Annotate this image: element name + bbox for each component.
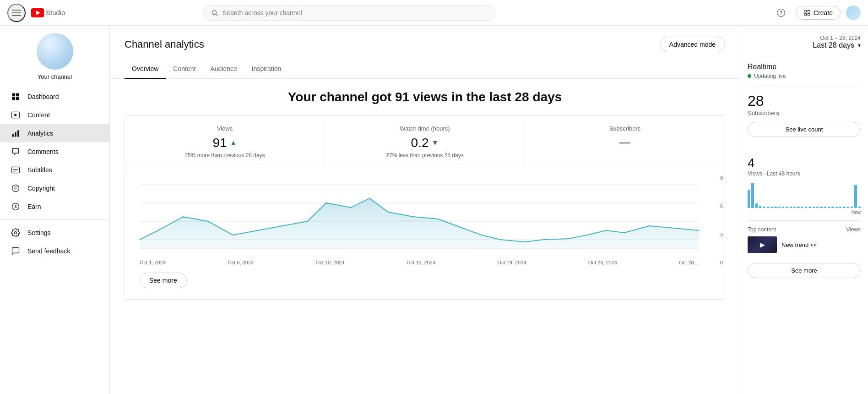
- channel-name: Your channel: [38, 73, 72, 80]
- svg-rect-14: [16, 93, 19, 97]
- realtime-title: Realtime: [748, 63, 861, 71]
- nav-right: ? Create: [772, 4, 861, 22]
- tab-overview[interactable]: Overview: [125, 60, 166, 79]
- bar-item: [816, 207, 819, 208]
- dashboard-label: Dashboard: [27, 93, 59, 100]
- page-title: Channel analytics: [125, 38, 204, 50]
- search-bar[interactable]: [203, 5, 496, 21]
- help-button[interactable]: ?: [772, 4, 790, 22]
- comments-label: Comments: [27, 148, 59, 155]
- subscribers-label: Subscribers: [609, 125, 641, 132]
- top-navigation: Studio ? Create: [0, 0, 868, 26]
- views-sub-label: Views · Last 48 hours: [748, 170, 861, 177]
- svg-rect-20: [15, 132, 16, 137]
- svg-text:?: ?: [780, 10, 783, 16]
- feedback-icon: [11, 246, 20, 256]
- date-range[interactable]: Oct 1 – 28, 2024 Last 28 days ▾: [748, 35, 861, 49]
- live-indicator: Updating live: [748, 73, 861, 79]
- svg-point-5: [212, 10, 216, 14]
- stat-subscribers: Subscribers —: [525, 116, 725, 168]
- content-item[interactable]: ▶ New trend 👀: [748, 236, 861, 253]
- main-headline: Your channel got 91 views in the last 28…: [125, 90, 725, 104]
- create-icon: [803, 9, 811, 16]
- views-trend-icon: ▲: [230, 139, 237, 147]
- subtitles-icon: [11, 165, 20, 175]
- dashboard-icon: [11, 92, 20, 101]
- tab-content[interactable]: Content: [166, 60, 203, 79]
- studio-label: Studio: [46, 9, 65, 16]
- content-area: Your channel got 91 views in the last 28…: [110, 79, 740, 311]
- panel-divider-top: [748, 57, 861, 57]
- bar-item: [790, 207, 792, 208]
- see-more-button[interactable]: See more: [140, 273, 187, 288]
- avatar[interactable]: [846, 5, 861, 20]
- subtitles-label: Subtitles: [27, 166, 52, 174]
- sidebar-item-analytics[interactable]: Analytics: [0, 124, 109, 142]
- bar-item: [770, 207, 773, 208]
- sidebar-item-subtitles[interactable]: Subtitles: [0, 161, 109, 179]
- views-section: 4 Views · Last 48 hours: [748, 156, 861, 215]
- menu-button[interactable]: [7, 4, 26, 22]
- search-icon: [211, 9, 218, 16]
- logo[interactable]: Studio: [31, 8, 65, 17]
- sidebar-item-dashboard[interactable]: Dashboard: [0, 88, 109, 106]
- bar-item: [763, 207, 765, 208]
- views-change: 25% more than previous 28 days: [184, 152, 265, 159]
- youtube-icon: [31, 8, 44, 17]
- sidebar-item-earn[interactable]: $ Earn: [0, 197, 109, 216]
- mini-bar-chart: [748, 181, 861, 208]
- svg-text:$: $: [14, 204, 16, 209]
- bar-item: [831, 207, 834, 208]
- top-content-header: Top content Views: [748, 226, 861, 233]
- earn-label: Earn: [27, 203, 41, 210]
- svg-rect-12: [808, 13, 810, 16]
- sidebar-nav: Dashboard Content Analytics Comments Sub…: [0, 88, 109, 260]
- bar-item: [847, 207, 849, 208]
- sidebar-item-send-feedback[interactable]: Send feedback: [0, 242, 109, 260]
- content-item-title: New trend 👀: [781, 241, 818, 248]
- advanced-mode-button[interactable]: Advanced mode: [660, 37, 725, 52]
- bar-item: [820, 207, 822, 208]
- create-button[interactable]: Create: [796, 6, 841, 20]
- tab-bar: Overview Content Audience Inspiration: [110, 60, 740, 79]
- bar-item: [793, 207, 796, 208]
- search-input[interactable]: [222, 9, 488, 16]
- svg-rect-13: [12, 93, 16, 97]
- sidebar-item-comments[interactable]: Comments: [0, 142, 109, 161]
- see-more-realtime-button[interactable]: See more: [748, 263, 861, 278]
- sidebar: Your channel Dashboard Content Analytics…: [0, 26, 110, 394]
- rt-divider-2: [748, 150, 861, 150]
- live-count-button[interactable]: See live count: [748, 122, 861, 137]
- svg-rect-0: [12, 10, 21, 11]
- subscribers-count: 28: [748, 93, 861, 109]
- svg-rect-16: [16, 97, 19, 100]
- bar-item: [839, 207, 841, 208]
- tab-inspiration[interactable]: Inspiration: [244, 60, 289, 79]
- sidebar-item-content[interactable]: Content: [0, 106, 109, 124]
- views-count: 4: [748, 156, 861, 170]
- top-content-label: Top content: [748, 226, 776, 233]
- comments-icon: [11, 147, 20, 156]
- bar-item: [828, 207, 830, 208]
- bar-item: [782, 207, 784, 208]
- create-label: Create: [814, 9, 833, 16]
- channel-avatar[interactable]: [37, 33, 73, 70]
- live-dot: [748, 74, 751, 78]
- tab-audience[interactable]: Audience: [203, 60, 244, 79]
- sidebar-item-settings[interactable]: Settings: [0, 224, 109, 242]
- sidebar-item-copyright[interactable]: © Copyright: [0, 179, 109, 197]
- date-range-text: Oct 1 – 28, 2024: [748, 35, 861, 41]
- date-range-label: Last 28 days ▾: [748, 41, 861, 49]
- svg-rect-15: [12, 97, 16, 100]
- svg-rect-9: [804, 10, 807, 12]
- bar-item: [774, 207, 776, 208]
- watch-time-change: 27% less than previous 28 days: [386, 152, 463, 159]
- svg-text:©: ©: [14, 186, 17, 191]
- views-label: Views: [217, 125, 233, 132]
- svg-line-6: [216, 14, 217, 16]
- copyright-label: Copyright: [27, 185, 55, 192]
- subscribers-value: —: [619, 136, 630, 148]
- send-feedback-label: Send feedback: [27, 247, 70, 255]
- bar-item: [778, 207, 781, 208]
- live-label: Updating live: [754, 73, 786, 79]
